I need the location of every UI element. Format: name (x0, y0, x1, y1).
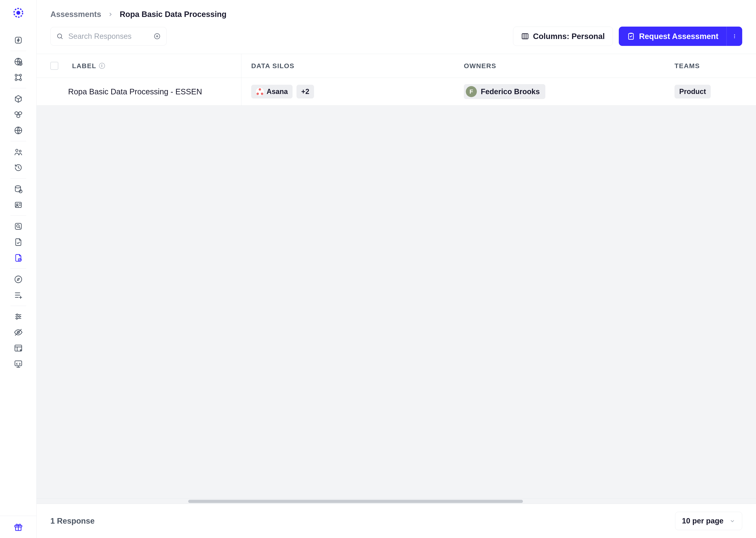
column-header-label[interactable]: LABEL i (72, 62, 105, 70)
search-input[interactable] (50, 27, 166, 45)
svg-point-12 (15, 186, 21, 188)
toolbar: Columns: Personal Request Assessment (37, 27, 756, 54)
data-silo-more-chip[interactable]: +2 (297, 85, 314, 98)
id-card-icon[interactable] (13, 200, 24, 210)
sidebar (0, 0, 37, 538)
table-row[interactable]: Ropa Basic Data Processing - ESSEN Asana… (37, 78, 756, 106)
svg-point-1 (16, 11, 20, 15)
svg-point-11 (19, 150, 21, 152)
layout-icon[interactable] (13, 343, 24, 353)
app-logo[interactable] (11, 6, 25, 20)
svg-point-10 (16, 149, 18, 152)
footer: 1 Response 10 per page (37, 504, 756, 538)
svg-point-28 (58, 34, 62, 38)
svg-point-33 (734, 36, 735, 37)
globe-icon[interactable] (13, 57, 24, 67)
svg-point-32 (734, 34, 735, 35)
table-body: Ropa Basic Data Processing - ESSEN Asana… (37, 78, 756, 499)
clipboard-icon (627, 32, 635, 40)
info-icon[interactable]: i (99, 63, 105, 69)
search-db-icon[interactable] (13, 221, 24, 232)
cubes-icon[interactable] (13, 110, 24, 120)
cube-icon[interactable] (13, 94, 24, 104)
columns-icon (521, 32, 529, 40)
request-assessment-more-button[interactable] (727, 27, 742, 46)
people-icon[interactable] (13, 147, 24, 157)
row-label: Ropa Basic Data Processing - ESSEN (68, 87, 202, 96)
list-add-icon[interactable] (13, 290, 24, 300)
scrollbar-thumb[interactable] (188, 500, 523, 503)
globe2-icon[interactable] (13, 125, 24, 135)
svg-point-34 (734, 37, 735, 38)
horizontal-scrollbar[interactable] (37, 499, 756, 504)
asana-icon (256, 88, 264, 95)
breadcrumb-root[interactable]: Assessments (50, 10, 101, 19)
history-icon[interactable] (13, 163, 24, 173)
eye-off-icon[interactable] (13, 327, 24, 338)
avatar: F (466, 86, 477, 97)
more-vertical-icon (732, 34, 737, 39)
table-region: LABEL i DATA SILOS OWNERS TEAMS Ropa Bas… (37, 54, 756, 504)
main: Assessments Ropa Basic Data Processing C… (37, 0, 756, 538)
svg-rect-25 (15, 361, 22, 366)
row-data-silos: Asana +2 (241, 78, 454, 105)
search-container (50, 27, 166, 45)
response-count: 1 Response (50, 516, 95, 525)
svg-rect-30 (522, 34, 528, 39)
sliders-icon[interactable] (13, 311, 24, 322)
svg-point-20 (16, 314, 18, 316)
search-icon (56, 33, 64, 40)
request-assessment-label: Request Assessment (639, 32, 718, 41)
chevron-down-icon (730, 518, 735, 524)
bolt-icon[interactable] (13, 35, 24, 45)
row-owners: F Federico Brooks (454, 78, 665, 105)
table-header: LABEL i DATA SILOS OWNERS TEAMS (37, 54, 756, 78)
file-edit-icon[interactable] (13, 253, 24, 263)
svg-point-19 (15, 276, 22, 283)
code-monitor-icon[interactable] (13, 359, 24, 369)
svg-rect-2 (15, 37, 21, 43)
data-silo-chip[interactable]: Asana (251, 85, 293, 98)
per-page-label: 10 per page (682, 517, 724, 525)
select-all-checkbox[interactable] (50, 62, 58, 70)
columns-label: Columns: Personal (533, 32, 605, 41)
breadcrumb: Assessments Ropa Basic Data Processing (37, 0, 756, 27)
per-page-select[interactable]: 10 per page (675, 512, 742, 530)
gift-icon[interactable] (13, 522, 24, 532)
nodes-icon[interactable] (13, 72, 24, 82)
row-teams: Product (665, 78, 745, 105)
add-filter-icon[interactable] (154, 33, 161, 40)
column-header-owners[interactable]: OWNERS (454, 54, 665, 78)
database-icon[interactable] (13, 184, 24, 194)
column-header-teams[interactable]: TEAMS (665, 54, 745, 78)
request-assessment-button[interactable]: Request Assessment (619, 27, 727, 46)
breadcrumb-current: Ropa Basic Data Processing (120, 10, 226, 19)
owner-chip[interactable]: F Federico Brooks (464, 84, 545, 99)
columns-button[interactable]: Columns: Personal (513, 27, 613, 46)
compass-icon[interactable] (13, 274, 24, 285)
team-chip[interactable]: Product (675, 85, 711, 98)
column-header-data-silos[interactable]: DATA SILOS (241, 54, 454, 78)
chevron-right-icon (108, 11, 114, 17)
svg-point-21 (19, 316, 20, 317)
svg-point-22 (16, 318, 18, 319)
file-check-icon[interactable] (13, 237, 24, 247)
svg-point-15 (16, 204, 18, 205)
